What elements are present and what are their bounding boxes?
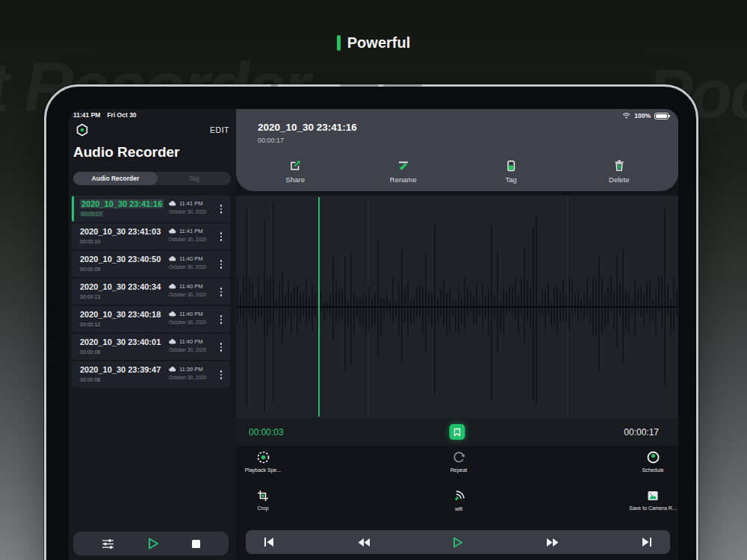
- edit-button[interactable]: EDIT: [210, 125, 229, 134]
- timeline-bar: 00:00:03 00:00:17: [236, 418, 678, 446]
- wifi-button[interactable]: wifi: [432, 489, 486, 511]
- skip-forward-icon: [642, 538, 652, 547]
- save-to-camera-icon: [646, 489, 660, 503]
- page-title: Powerful: [347, 34, 410, 52]
- player-header: 100% 2020_10_30 23:41:16 00:00:17 Share: [236, 109, 678, 191]
- rewind-button[interactable]: [353, 538, 375, 547]
- more-options-icon[interactable]: [217, 340, 226, 355]
- schedule-icon: [646, 450, 660, 464]
- device-side-detail-2: [51, 336, 55, 342]
- status-bar-right: 100%: [622, 112, 669, 119]
- share-button[interactable]: Share: [241, 159, 350, 184]
- total-time: 00:00:17: [624, 427, 659, 438]
- recording-list-item[interactable]: 2020_10_30 23:40:34 00:00:13 11:40 PM Oc…: [72, 279, 230, 305]
- tag-icon: [504, 159, 518, 172]
- save-to-camera-button[interactable]: Save to Camera R...: [627, 489, 678, 511]
- cloud-icon: [169, 311, 176, 317]
- current-recording-duration: 00:00:17: [258, 137, 284, 144]
- repeat-button[interactable]: Repeat: [432, 450, 486, 473]
- waveform-canvas: [236, 196, 678, 418]
- library-segmented-control: Audio Recorder Tag: [73, 172, 231, 185]
- more-options-icon[interactable]: [217, 202, 226, 217]
- stop-icon: [192, 540, 200, 548]
- fast-forward-button[interactable]: [542, 538, 564, 547]
- cloud-icon: [169, 228, 176, 234]
- sidebar: 11:41 PM Fri Oct 30 EDIT Audio Recorder …: [69, 109, 236, 560]
- cloud-icon: [169, 339, 176, 344]
- transport-bar: [246, 530, 670, 554]
- device-volume-button-1: [340, 84, 379, 87]
- battery-percent: 100%: [634, 112, 651, 119]
- more-options-icon[interactable]: [217, 284, 226, 299]
- crop-button[interactable]: Crop: [236, 489, 290, 511]
- cloud-icon: [169, 201, 176, 206]
- sidebar-title: Audio Recorder: [73, 144, 180, 161]
- recording-list-item[interactable]: 2020_10_30 23:40:01 00:00:08 11:40 PM Oc…: [72, 334, 230, 360]
- waveform[interactable]: [236, 196, 678, 418]
- bookmark-button[interactable]: [450, 424, 465, 440]
- wifi-icon: [452, 489, 466, 503]
- rewind-icon: [358, 538, 370, 547]
- recording-list-item[interactable]: 2020_10_30 23:40:50 00:00:09 11:40 PM Oc…: [72, 251, 230, 277]
- status-time: 11:41 PM: [73, 111, 100, 119]
- app-logo-icon: [75, 123, 89, 137]
- sidebar-header: EDIT: [75, 123, 229, 138]
- share-icon: [288, 159, 302, 172]
- skip-back-icon: [264, 538, 274, 547]
- stop-button-sidebar[interactable]: [192, 540, 200, 548]
- tab-audio-recorder[interactable]: Audio Recorder: [73, 172, 158, 185]
- device-side-detail-3: [51, 366, 55, 372]
- playback-speed-button[interactable]: Playback Spe...: [236, 450, 290, 473]
- more-options-icon[interactable]: [217, 257, 226, 272]
- delete-button[interactable]: Delete: [565, 159, 674, 184]
- wifi-status-icon: [622, 113, 630, 119]
- page-headline: Powerful: [0, 34, 747, 52]
- delete-icon: [613, 159, 626, 172]
- schedule-button[interactable]: Schedule: [627, 450, 678, 473]
- playback-speed-icon: [256, 450, 270, 464]
- status-bar-left: 11:41 PM Fri Oct 30: [73, 111, 137, 119]
- play-button-sidebar[interactable]: [148, 538, 159, 550]
- play-icon: [453, 537, 463, 548]
- device-top-camera: [270, 84, 278, 87]
- more-options-icon[interactable]: [217, 229, 226, 244]
- feature-grid: Playback Spe... Repeat: [236, 446, 678, 530]
- play-button[interactable]: [447, 537, 469, 548]
- device-volume-button-2: [383, 84, 422, 87]
- rename-icon: [397, 159, 410, 172]
- crop-icon: [256, 489, 270, 503]
- skip-back-button[interactable]: [258, 538, 280, 547]
- ipad-device: 11:41 PM Fri Oct 30 EDIT Audio Recorder …: [44, 84, 698, 560]
- current-time: 00:00:03: [249, 427, 284, 438]
- recording-list-item[interactable]: 2020_10_30 23:41:16 00:00:17 11:41 PM Oc…: [72, 196, 230, 222]
- player-panel: 100% 2020_10_30 23:41:16 00:00:17 Share: [236, 109, 678, 560]
- recording-list-item[interactable]: 2020_10_30 23:40:18 00:00:12 11:40 PM Oc…: [72, 306, 230, 332]
- headline-accent-bar: [337, 35, 341, 51]
- rename-button[interactable]: Rename: [350, 159, 458, 184]
- more-options-icon[interactable]: [217, 312, 226, 327]
- status-date: Fri Oct 30: [107, 111, 136, 119]
- sidebar-toolbar: [73, 532, 229, 556]
- record-settings-button[interactable]: [102, 538, 114, 550]
- play-icon: [148, 538, 159, 550]
- recording-list-item[interactable]: 2020_10_30 23:41:03 00:00:10 11:41 PM Oc…: [72, 223, 230, 249]
- fast-forward-icon: [547, 538, 559, 547]
- app-screen: 11:41 PM Fri Oct 30 EDIT Audio Recorder …: [69, 109, 678, 560]
- cloud-icon: [169, 256, 176, 261]
- recording-list: 2020_10_30 23:41:16 00:00:17 11:41 PM Oc…: [72, 196, 230, 389]
- mixer-sliders-icon: [102, 538, 114, 550]
- tag-button[interactable]: Tag: [457, 159, 565, 184]
- recording-list-item[interactable]: 2020_10_30 23:39:47 00:00:08 11:39 PM Oc…: [72, 361, 230, 388]
- more-options-icon[interactable]: [217, 367, 226, 382]
- cloud-icon: [169, 284, 176, 289]
- current-recording-title: 2020_10_30 23:41:16: [258, 122, 357, 133]
- bookmark-icon: [453, 428, 462, 437]
- skip-forward-button[interactable]: [636, 538, 658, 547]
- repeat-icon: [452, 450, 466, 464]
- device-side-detail-1: [51, 302, 55, 308]
- cloud-icon: [169, 367, 176, 372]
- tab-tag[interactable]: Tag: [158, 172, 231, 185]
- action-bar: Share Rename: [236, 159, 678, 184]
- battery-icon: [654, 113, 669, 119]
